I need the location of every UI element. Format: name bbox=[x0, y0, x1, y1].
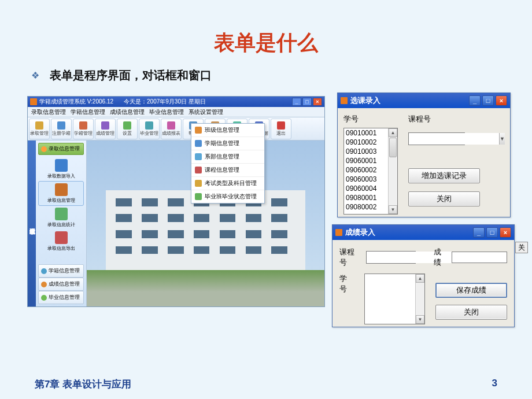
settings-dropdown: 班级信息管理学期信息管理系部信息管理课程信息管理考试类型及科目管理毕业班毕业状态… bbox=[191, 123, 265, 204]
nav-header: 录取信息管理 bbox=[38, 143, 84, 155]
maximize-button[interactable]: □ bbox=[486, 227, 498, 238]
menu-item[interactable]: 成绩信息管理 bbox=[110, 108, 145, 116]
dialog-titlebar: 成绩录入 _ □ × bbox=[332, 225, 514, 240]
list-item[interactable]: 09080001 bbox=[344, 193, 388, 202]
toolbar-button[interactable]: 成绩管理 bbox=[95, 119, 116, 139]
dropdown-label: 系部信息管理 bbox=[205, 153, 239, 161]
app-window: 学籍成绩管理系统 V:2006.12 今天是：2007年9月30日 星期日 _ … bbox=[27, 96, 325, 307]
slide-footer: 第7章 表单设计与应用 3 bbox=[0, 378, 532, 391]
dropdown-item[interactable]: 课程信息管理 bbox=[191, 164, 264, 177]
vertical-sidebar-label: 学籍成绩信息管理系统 bbox=[28, 141, 36, 306]
course-id-combo[interactable]: ▼ bbox=[408, 132, 465, 145]
dropdown-item[interactable]: 考试类型及科目管理 bbox=[191, 177, 264, 190]
list-item[interactable]: 09060003 bbox=[344, 175, 388, 184]
toolbar-button[interactable]: 设置 bbox=[117, 119, 138, 139]
fox-icon bbox=[341, 97, 348, 104]
list-item[interactable]: 09060004 bbox=[344, 184, 388, 193]
close-dialog-button[interactable]: 关闭 bbox=[435, 305, 507, 320]
close-button[interactable]: × bbox=[496, 95, 507, 106]
bullet-icon bbox=[41, 282, 47, 287]
list-item[interactable]: 09010002 bbox=[344, 138, 388, 147]
nav-label: 录取信息管理 bbox=[47, 197, 75, 204]
nav-icon bbox=[55, 183, 68, 196]
scroll-down-icon[interactable]: ▼ bbox=[416, 315, 424, 324]
close-button[interactable]: × bbox=[313, 98, 322, 106]
dialog-titlebar: 选课录入 _ □ × bbox=[338, 93, 510, 108]
dropdown-item[interactable]: 学期信息管理 bbox=[191, 137, 264, 150]
dropdown-item[interactable]: 毕业班毕业状态管理 bbox=[191, 190, 264, 203]
toolbar-icon bbox=[167, 121, 175, 130]
list-item[interactable]: 09060002 bbox=[344, 165, 388, 175]
list-item[interactable]: 09060001 bbox=[344, 156, 388, 165]
list-item[interactable]: 09010001 bbox=[344, 128, 388, 138]
add-record-button[interactable]: 增加选课记录 bbox=[408, 168, 480, 183]
close-dialog-button[interactable]: 关闭 bbox=[408, 191, 480, 206]
toolbar-icon bbox=[79, 121, 87, 130]
nav-button-label: 成绩信息管理 bbox=[49, 280, 80, 288]
label-grade: 成绩 bbox=[434, 247, 446, 268]
app-title: 学籍成绩管理系统 V:2006.12 bbox=[39, 98, 113, 106]
nav-icon bbox=[55, 159, 68, 172]
toolbar-button[interactable]: 成绩报表 bbox=[161, 119, 182, 139]
toolbar-label: 成绩管理 bbox=[96, 130, 114, 136]
nav-section-button[interactable]: 成绩信息管理 bbox=[38, 278, 84, 291]
toolbar-label: 毕业管理 bbox=[140, 130, 158, 136]
toolbar-button[interactable]: 录取管理 bbox=[29, 119, 50, 139]
minimize-button[interactable]: _ bbox=[473, 227, 485, 238]
app-body: 学籍成绩信息管理系统 录取信息管理 录取数据导入录取信息管理录取信息统计录取信息… bbox=[28, 141, 324, 306]
toolbar-label: 退出 bbox=[276, 130, 286, 136]
scrollbar[interactable]: ▲ ▼ bbox=[415, 274, 424, 324]
toolbar-button[interactable]: 学籍管理 bbox=[73, 119, 94, 139]
nav-icon bbox=[55, 231, 68, 244]
nav-section-button[interactable]: 毕业信息管理 bbox=[38, 291, 84, 304]
nav-item[interactable]: 录取信息统计 bbox=[38, 206, 84, 230]
toolbar-icon bbox=[145, 121, 153, 130]
nav-item[interactable]: 录取信息管理 bbox=[38, 181, 84, 206]
course-id-combo[interactable]: ▼ bbox=[366, 251, 416, 264]
close-button[interactable]: × bbox=[500, 227, 511, 238]
toolbar-icon bbox=[57, 121, 65, 130]
nav-button-label: 学籍信息管理 bbox=[49, 267, 80, 275]
menu-icon bbox=[195, 167, 202, 173]
dropdown-item[interactable]: 班级信息管理 bbox=[191, 124, 264, 137]
toolbar: 录取管理注册学籍学籍管理成绩管理设置毕业管理成绩报表帮助系统支持基础数据退出 bbox=[28, 117, 324, 141]
nav-item[interactable]: 录取信息导出 bbox=[38, 230, 84, 253]
save-grade-button[interactable]: 保存成绩 bbox=[435, 283, 507, 298]
chevron-down-icon[interactable]: ▼ bbox=[499, 133, 505, 145]
menu-item[interactable]: 录取信息管理 bbox=[31, 108, 66, 116]
dropdown-label: 课程信息管理 bbox=[205, 166, 239, 174]
dialog-course-select: 选课录入 _ □ × 学号 09010001090100020901000309… bbox=[337, 93, 511, 217]
minimize-button[interactable]: _ bbox=[292, 98, 301, 106]
nav-label: 录取数据导入 bbox=[47, 173, 75, 179]
menu-item[interactable]: 毕业信息管理 bbox=[149, 108, 184, 116]
scrollbar[interactable]: ▲ ▼ bbox=[388, 128, 397, 214]
course-id-input[interactable] bbox=[409, 133, 499, 145]
toolbar-button[interactable]: 毕业管理 bbox=[139, 119, 160, 139]
dropdown-item[interactable]: 系部信息管理 bbox=[191, 150, 264, 164]
menu-item[interactable]: 系统设置管理 bbox=[189, 108, 223, 116]
maximize-button[interactable]: □ bbox=[482, 95, 494, 106]
maximize-button[interactable]: □ bbox=[302, 98, 312, 106]
menu-icon bbox=[195, 153, 202, 160]
student-id-listbox[interactable]: ▲ ▼ bbox=[364, 274, 425, 324]
dropdown-label: 毕业班毕业状态管理 bbox=[205, 193, 257, 201]
list-item[interactable]: 09080002 bbox=[344, 202, 388, 212]
chapter-label: 第7章 表单设计与应用 bbox=[35, 378, 131, 391]
minimize-button[interactable]: _ bbox=[469, 95, 481, 106]
nav-item[interactable]: 录取数据导入 bbox=[38, 157, 84, 181]
toolbar-button[interactable]: 退出 bbox=[271, 119, 291, 139]
toolbar-button[interactable]: 注册学籍 bbox=[51, 119, 72, 139]
nav-panel: 录取信息管理 录取数据导入录取信息管理录取信息统计录取信息导出 学籍信息管理成绩… bbox=[36, 141, 87, 306]
scroll-thumb[interactable] bbox=[389, 138, 397, 157]
grade-input[interactable] bbox=[452, 252, 507, 263]
student-id-listbox[interactable]: 0901000109010002090100030906000109060002… bbox=[343, 128, 398, 215]
menu-item[interactable]: 学籍信息管理 bbox=[71, 108, 105, 116]
toolbar-icon bbox=[101, 121, 109, 130]
nav-section-button[interactable]: 学籍信息管理 bbox=[38, 264, 84, 278]
scroll-up-icon[interactable]: ▲ bbox=[389, 128, 397, 137]
dialog-grade-entry: 成绩录入 _ □ × 课程号 ▼ 成绩 学号 bbox=[332, 224, 515, 327]
scroll-up-icon[interactable]: ▲ bbox=[416, 274, 424, 283]
label-student-id: 学号 bbox=[339, 274, 354, 294]
list-item[interactable]: 09010003 bbox=[344, 147, 388, 156]
scroll-down-icon[interactable]: ▼ bbox=[389, 205, 397, 214]
